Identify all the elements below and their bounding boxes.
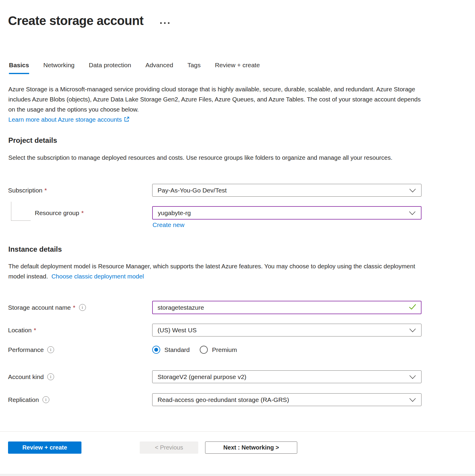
tab-basics[interactable]: Basics — [9, 62, 29, 74]
replication-dropdown[interactable]: Read-access geo-redundant storage (RA-GR… — [152, 393, 421, 406]
intro-text: Azure Storage is a Microsoft-managed ser… — [8, 86, 421, 113]
subscription-label: Subscription * — [8, 187, 152, 194]
review-create-button[interactable]: Review + create — [8, 441, 81, 454]
more-options-icon[interactable] — [160, 18, 169, 24]
resource-group-value: yugabyte-rg — [158, 209, 191, 217]
page-header: Create storage account — [8, 14, 169, 28]
required-asterisk: * — [81, 209, 84, 217]
storage-account-name-input[interactable]: storagetestazure — [152, 301, 421, 314]
info-icon[interactable]: i — [43, 396, 49, 403]
storage-account-name-label: Storage account name * i — [8, 304, 152, 311]
instance-details-heading: Instance details — [8, 245, 62, 253]
valid-check-icon — [409, 304, 416, 311]
radio-unselected-icon — [200, 346, 208, 354]
instance-details-description: The default deployment model is Resource… — [8, 261, 424, 281]
tree-connector — [11, 202, 31, 221]
location-row: Location * (US) West US — [8, 324, 421, 336]
intro-section: Azure Storage is a Microsoft-managed ser… — [8, 84, 424, 125]
learn-more-link[interactable]: Learn more about Azure storage accounts — [8, 116, 122, 123]
create-storage-account-page: Create storage account Basics Networking… — [0, 0, 475, 476]
next-networking-button[interactable]: Next : Networking > — [205, 441, 297, 454]
resource-group-label: Resource group * — [8, 209, 152, 217]
account-kind-dropdown[interactable]: StorageV2 (general purpose v2) — [152, 370, 421, 383]
info-icon[interactable]: i — [47, 346, 54, 353]
account-kind-row: Account kind i StorageV2 (general purpos… — [8, 370, 421, 383]
required-asterisk: * — [73, 304, 75, 311]
account-kind-value: StorageV2 (general purpose v2) — [158, 373, 246, 381]
performance-radio-group: Standard Premium — [152, 346, 421, 354]
location-label: Location * — [8, 327, 152, 334]
chevron-down-icon — [409, 373, 416, 381]
project-details-description: Select the subscription to manage deploy… — [8, 153, 424, 163]
subscription-value: Pay-As-You-Go Dev/Test — [158, 187, 227, 194]
replication-row: Replication i Read-access geo-redundant … — [8, 393, 421, 406]
external-link-icon — [124, 115, 130, 125]
replication-label: Replication i — [8, 396, 152, 403]
previous-button[interactable]: < Previous — [140, 441, 198, 454]
replication-value: Read-access geo-redundant storage (RA-GR… — [158, 396, 289, 403]
chevron-down-icon — [409, 209, 416, 217]
tab-networking[interactable]: Networking — [43, 62, 75, 74]
location-value: (US) West US — [158, 327, 196, 334]
radio-standard[interactable]: Standard — [152, 346, 190, 354]
chevron-down-icon — [409, 327, 416, 334]
performance-label: Performance i — [8, 346, 152, 353]
project-details-heading: Project details — [8, 136, 57, 145]
page-title: Create storage account — [8, 14, 144, 28]
info-icon[interactable]: i — [79, 304, 86, 311]
account-kind-label: Account kind i — [8, 373, 152, 381]
required-asterisk: * — [34, 327, 36, 334]
tab-data-protection[interactable]: Data protection — [89, 62, 131, 74]
wizard-tabs: Basics Networking Data protection Advanc… — [9, 62, 260, 74]
tab-tags[interactable]: Tags — [188, 62, 201, 74]
bottom-edge-strip — [0, 474, 475, 476]
storage-account-name-value: storagetestazure — [158, 304, 204, 311]
footer-divider — [0, 431, 475, 432]
tab-advanced[interactable]: Advanced — [145, 62, 173, 74]
resource-group-row: Resource group * yugabyte-rg — [8, 206, 421, 220]
radio-premium[interactable]: Premium — [200, 346, 237, 354]
resource-group-dropdown[interactable]: yugabyte-rg — [152, 206, 421, 220]
required-asterisk: * — [45, 187, 47, 194]
location-dropdown[interactable]: (US) West US — [152, 324, 421, 336]
chevron-down-icon — [409, 396, 416, 403]
tab-review-create[interactable]: Review + create — [215, 62, 260, 74]
subscription-dropdown[interactable]: Pay-As-You-Go Dev/Test — [152, 184, 421, 197]
subscription-row: Subscription * Pay-As-You-Go Dev/Test — [8, 184, 421, 197]
storage-account-name-row: Storage account name * i storagetestazur… — [8, 301, 421, 314]
chevron-down-icon — [409, 187, 416, 194]
performance-row: Performance i Standard Premium — [8, 346, 421, 354]
classic-deployment-link[interactable]: Choose classic deployment model — [51, 273, 144, 280]
info-icon[interactable]: i — [47, 373, 54, 380]
create-new-link[interactable]: Create new — [152, 221, 184, 228]
radio-selected-icon — [152, 346, 160, 354]
